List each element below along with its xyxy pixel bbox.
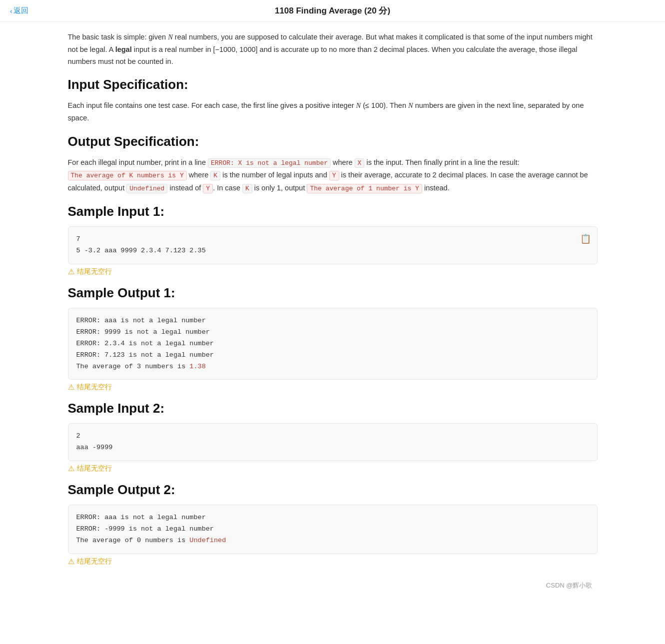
sample-input2-heading: Sample Input 2:	[68, 401, 598, 416]
intro-paragraph: The basic task is simple: given N real n…	[68, 31, 598, 68]
sample-input1-block: 📋 7 5 -3.2 aaa 9999 2.3.4 7.123 2.35	[68, 226, 598, 264]
intro-text3: input is a real number in [−1000, 1000] …	[68, 45, 578, 66]
intro-bold-legal: legal	[115, 45, 132, 53]
sample-input2-line1: 2	[76, 431, 589, 442]
sample-input1-line1: 7	[76, 234, 589, 245]
out-code1: ERROR: X is not a legal number	[208, 158, 331, 168]
out-text8: . In case	[213, 184, 242, 192]
output1-line1: ERROR: aaa is not a legal number	[76, 315, 589, 327]
sample-input2-warning-text: 结尾无空行	[77, 464, 112, 473]
sample-output2-block: ERROR: aaa is not a legal number ERROR: …	[68, 505, 598, 554]
sample-output1-warning: ⚠ 结尾无空行	[68, 383, 598, 392]
copy-icon-1[interactable]: 📋	[580, 232, 591, 247]
input-spec-heading: Input Specification:	[68, 77, 598, 92]
warning-icon-4: ⚠	[68, 557, 74, 566]
footer-text: CSDN @辉小歌	[546, 582, 593, 589]
input-math-n2: N	[408, 101, 413, 109]
sample-input2-line2: aaa -9999	[76, 442, 589, 454]
sample-input1-heading: Sample Input 1:	[68, 204, 598, 219]
chevron-left-icon: ‹	[10, 7, 12, 15]
out-text1: For each illegal input number, print in …	[68, 158, 208, 166]
out-code6: Undefined	[126, 184, 167, 193]
out-text3: is the input. Then finally print in a li…	[364, 158, 519, 166]
warning-icon-1: ⚠	[68, 267, 74, 276]
back-label: 返回	[13, 6, 28, 15]
sample-output2-warning: ⚠ 结尾无空行	[68, 557, 598, 566]
page-title: 1108 Finding Average (20 分)	[275, 5, 390, 16]
out-code9: The average of 1 number is Y	[307, 184, 422, 193]
out-text10: instead.	[422, 184, 450, 192]
footer: CSDN @辉小歌	[68, 581, 598, 590]
sample-input2-warning: ⚠ 结尾无空行	[68, 464, 598, 473]
out-text5: is the number of legal inputs and	[220, 171, 329, 179]
warning-icon-2: ⚠	[68, 383, 74, 392]
output-spec-text: For each illegal input number, print in …	[68, 156, 598, 195]
sample-output2-heading: Sample Output 2:	[68, 482, 598, 498]
main-content: The basic task is simple: given N real n…	[58, 22, 608, 610]
output2-line3: The average of 0 numbers is Undefined	[76, 535, 589, 547]
sample-output1-warning-text: 结尾无空行	[77, 383, 112, 392]
out-code4: K	[210, 171, 220, 180]
out-code5: Y	[329, 171, 339, 180]
out-code8: K	[242, 184, 252, 193]
out-text7: instead of	[167, 184, 203, 192]
sample-input1-warning-text: 结尾无空行	[77, 267, 112, 276]
output2-line1: ERROR: aaa is not a legal number	[76, 512, 589, 524]
sample-input1-line2: 5 -3.2 aaa 9999 2.3.4 7.123 2.35	[76, 245, 589, 257]
out-text9: is only 1, output	[252, 184, 307, 192]
sample-input2-block: 2 aaa -9999	[68, 423, 598, 461]
top-bar: ‹ 返回 1108 Finding Average (20 分)	[0, 0, 665, 22]
output1-line3: ERROR: 2.3.4 is not a legal number	[76, 338, 589, 350]
output1-line2: ERROR: 9999 is not a legal number	[76, 327, 589, 338]
input-text1: Each input file contains one test case. …	[68, 101, 356, 109]
back-button[interactable]: ‹ 返回	[10, 6, 28, 15]
sample-output1-block: ERROR: aaa is not a legal number ERROR: …	[68, 308, 598, 380]
out-code3: The average of K numbers is Y	[68, 171, 187, 180]
intro-math-n: N	[168, 33, 173, 41]
output2-line2: ERROR: -9999 is not a legal number	[76, 524, 589, 535]
output-spec-heading: Output Specification:	[68, 134, 598, 149]
sample-input1-warning: ⚠ 结尾无空行	[68, 267, 598, 276]
out-text4: where	[187, 171, 211, 179]
input-text2: (≤ 100). Then	[361, 101, 408, 109]
output1-line4: ERROR: 7.123 is not a legal number	[76, 350, 589, 361]
output1-line5: The average of 3 numbers is 1.38	[76, 361, 589, 373]
out-code7: Y	[203, 184, 213, 193]
out-text2: where	[331, 158, 355, 166]
sample-output1-heading: Sample Output 1:	[68, 285, 598, 301]
sample-output2-warning-text: 结尾无空行	[77, 557, 112, 566]
intro-text1: The basic task is simple: given	[68, 33, 168, 41]
out-code2: X	[355, 158, 365, 168]
warning-icon-3: ⚠	[68, 464, 74, 473]
input-math-n: N	[356, 101, 361, 109]
input-spec-text: Each input file contains one test case. …	[68, 99, 598, 125]
